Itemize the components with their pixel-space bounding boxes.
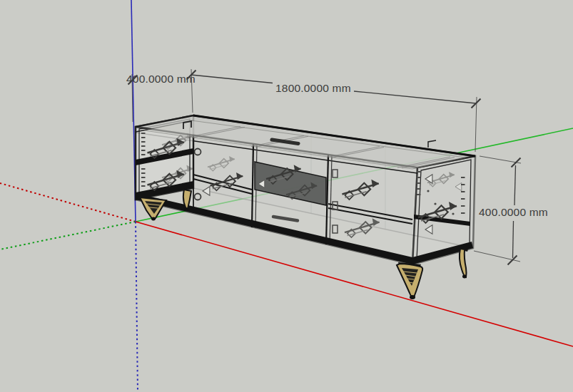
cabinet-right-end[interactable] <box>412 156 475 264</box>
app-window: 400.0000 mm 1800.0000 mm 400.0000 mm <box>0 0 573 392</box>
dimension-depth-label[interactable]: 400.0000 mm <box>126 73 196 85</box>
modeling-viewport[interactable]: 400.0000 mm 1800.0000 mm 400.0000 mm <box>0 0 573 392</box>
dimension-height-label[interactable]: 400.0000 mm <box>479 206 548 218</box>
dimension-length-label[interactable]: 1800.0000 mm <box>275 82 351 94</box>
